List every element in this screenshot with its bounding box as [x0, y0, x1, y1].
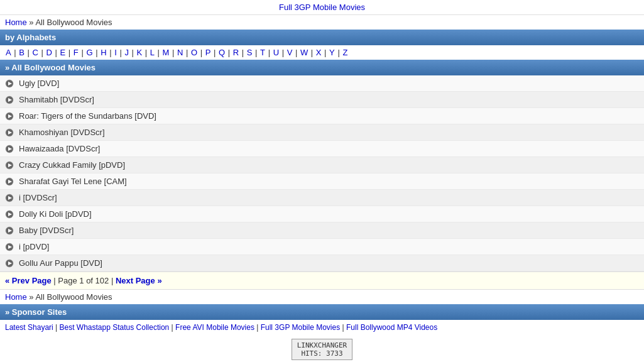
- top-bar: Full 3GP Mobile Movies: [0, 0, 644, 15]
- alpha-link-z[interactable]: Z: [342, 48, 347, 57]
- play-icon: [5, 128, 14, 137]
- movie-item: Crazy Cukkad Family [pDVD]: [0, 157, 644, 173]
- movie-link[interactable]: i [pDVD]: [19, 242, 49, 251]
- alpha-link-n[interactable]: N: [177, 48, 183, 57]
- alpha-link-b[interactable]: B: [19, 48, 25, 57]
- movie-link[interactable]: Dolly Ki Doli [pDVD]: [19, 209, 92, 219]
- alpha-sep: |: [39, 48, 46, 57]
- movie-link[interactable]: Khamoshiyan [DVDScr]: [19, 128, 105, 137]
- alpha-link-v[interactable]: V: [287, 48, 293, 57]
- alpha-link-i[interactable]: I: [114, 48, 117, 57]
- next-page-link[interactable]: Next Page »: [116, 276, 162, 285]
- alpha-sep: |: [226, 48, 232, 57]
- play-icon: [5, 145, 14, 153]
- play-icon: [5, 96, 14, 104]
- prev-page-link[interactable]: « Prev Page: [5, 276, 52, 285]
- sponsor-link[interactable]: Full Bollywood MP4 Videos: [346, 323, 437, 332]
- alpha-link-k[interactable]: K: [136, 48, 142, 57]
- badge-line1: LINKXCHANGER: [297, 341, 347, 349]
- movie-link[interactable]: Ugly [DVD]: [19, 79, 59, 88]
- alpha-link-c[interactable]: C: [33, 48, 38, 57]
- play-icon: [5, 259, 14, 268]
- alpha-sep: |: [170, 48, 177, 57]
- alpha-sep: |: [239, 48, 246, 57]
- alpha-link-r[interactable]: R: [233, 48, 239, 57]
- alpha-link-e[interactable]: E: [60, 48, 66, 57]
- play-icon: [5, 243, 14, 251]
- alpha-sep: |: [155, 48, 162, 57]
- alpha-link-y[interactable]: Y: [329, 48, 335, 57]
- alpha-sep: |: [253, 48, 259, 57]
- alpha-sep: |: [53, 48, 60, 57]
- movie-link[interactable]: Sharafat Gayi Tel Lene [CAM]: [19, 177, 127, 186]
- alpha-sep: |: [183, 48, 190, 57]
- movie-item: Hawaizaada [DVDScr]: [0, 141, 644, 157]
- alpha-sep: |: [94, 48, 101, 57]
- movie-item: i [DVDScr]: [0, 190, 644, 206]
- alpha-sep: |: [117, 48, 124, 57]
- alpha-sep: |: [79, 48, 86, 57]
- breadcrumb-sep-top: »: [27, 18, 36, 27]
- alpha-link-o[interactable]: O: [191, 48, 197, 57]
- movie-item: Ugly [DVD]: [0, 75, 644, 92]
- alpha-link-l[interactable]: L: [150, 48, 155, 57]
- alpha-link-x[interactable]: X: [316, 48, 322, 57]
- movie-link[interactable]: Hawaizaada [DVDScr]: [19, 144, 100, 153]
- alpha-sep: |: [293, 48, 300, 57]
- movie-link[interactable]: Gollu Aur Pappu [DVD]: [19, 258, 102, 268]
- alpha-link-m[interactable]: M: [163, 48, 170, 57]
- home-link-top[interactable]: Home: [5, 18, 27, 27]
- alpha-sep: |: [198, 48, 205, 57]
- alpha-link-p[interactable]: P: [205, 48, 211, 57]
- alpha-link-f[interactable]: F: [74, 48, 79, 57]
- movie-link[interactable]: Roar: Tigers of the Sundarbans [DVD]: [19, 111, 156, 121]
- alpha-link-g[interactable]: G: [86, 48, 92, 57]
- movie-link[interactable]: Crazy Cukkad Family [pDVD]: [19, 160, 125, 170]
- breadcrumb-current-bottom: All Bollywood Movies: [35, 292, 112, 302]
- breadcrumb-current-top: All Bollywood Movies: [35, 18, 112, 27]
- linkxchanger-badge: LINKXCHANGER HITS: 3733: [292, 339, 352, 360]
- sponsor-link[interactable]: Full 3GP Mobile Movies: [261, 323, 341, 332]
- play-icon: [5, 210, 14, 219]
- sponsor-link[interactable]: Best Whastapp Status Collection: [60, 323, 170, 332]
- alpha-link-a[interactable]: A: [6, 48, 11, 57]
- sponsor-link[interactable]: Latest Shayari: [5, 323, 53, 332]
- alpha-link-s[interactable]: S: [247, 48, 253, 57]
- home-link-bottom[interactable]: Home: [5, 292, 27, 302]
- footer-badge: LINKXCHANGER HITS: 3733: [0, 335, 644, 362]
- movie-link[interactable]: Baby [DVDScr]: [19, 226, 74, 235]
- sponsor-links: Latest Shayari | Best Whastapp Status Co…: [0, 320, 644, 335]
- alpha-sep: |: [66, 48, 73, 57]
- page-sep1: |: [52, 276, 58, 285]
- alpha-sep: |: [266, 48, 273, 57]
- movie-item: Gollu Aur Pappu [DVD]: [0, 255, 644, 272]
- alpha-link-t[interactable]: T: [260, 48, 265, 57]
- alpha-sep: |: [336, 48, 342, 57]
- sponsor-link[interactable]: Free AVI Mobile Movies: [175, 323, 254, 332]
- alpha-link-h[interactable]: H: [101, 48, 106, 57]
- movie-item: Khamoshiyan [DVDScr]: [0, 124, 644, 141]
- play-icon: [5, 194, 14, 202]
- full-3gp-link[interactable]: Full 3GP Mobile Movies: [279, 3, 365, 12]
- alpha-sep: |: [12, 48, 19, 57]
- play-icon: [5, 161, 14, 170]
- badge-line2: HITS: 3733: [297, 349, 347, 358]
- breadcrumb-top: Home » All Bollywood Movies: [0, 15, 644, 30]
- alpha-sep: |: [25, 48, 32, 57]
- breadcrumb-sep-bottom: »: [27, 292, 36, 302]
- play-icon: [5, 79, 14, 88]
- movie-link[interactable]: Shamitabh [DVDScr]: [19, 95, 94, 104]
- page-info: Page 1 of 102: [58, 276, 109, 285]
- list-header: » All Bollywood Movies: [0, 60, 644, 75]
- movie-item: Sharafat Gayi Tel Lene [CAM]: [0, 173, 644, 190]
- alpha-sep: |: [143, 48, 150, 57]
- alpha-link-w[interactable]: W: [300, 48, 308, 57]
- alpha-link-q[interactable]: Q: [219, 48, 225, 57]
- movie-list: Ugly [DVD]Shamitabh [DVDScr]Roar: Tigers…: [0, 75, 644, 272]
- alpha-link-j[interactable]: J: [124, 48, 129, 57]
- movie-item: i [pDVD]: [0, 239, 644, 255]
- alpha-link-d[interactable]: D: [46, 48, 52, 57]
- movie-link[interactable]: i [DVDScr]: [19, 193, 57, 202]
- alpha-link-u[interactable]: U: [273, 48, 279, 57]
- alpha-sep: |: [280, 48, 287, 57]
